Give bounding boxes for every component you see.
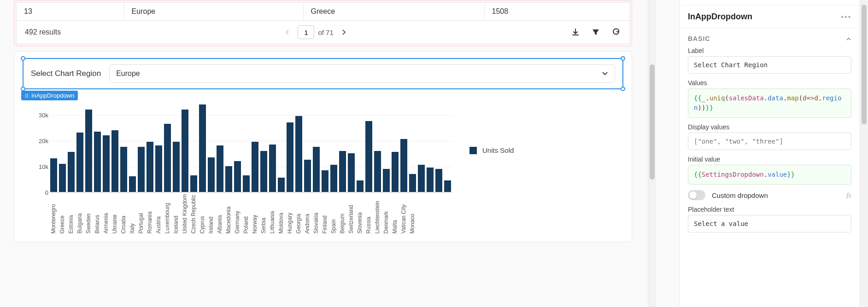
- scroll-thumb[interactable]: [862, 5, 867, 124]
- placeholder-field-label: Placeholder text: [688, 206, 851, 213]
- chart-bar[interactable]: [129, 176, 136, 192]
- x-axis-label: Montenegro: [50, 194, 57, 233]
- custom-dropdown-toggle[interactable]: [688, 190, 705, 200]
- chart-bar[interactable]: [444, 180, 451, 192]
- chart-bar[interactable]: [182, 110, 188, 192]
- chart-bar[interactable]: [322, 170, 328, 192]
- x-axis-label: Lithuania: [269, 194, 276, 233]
- chart-bar[interactable]: [138, 147, 145, 192]
- y-axis-tick: 30k: [39, 112, 48, 119]
- field-display-values-group: Display values: [688, 123, 851, 150]
- chart-bar[interactable]: [164, 124, 171, 192]
- chart-bar[interactable]: [269, 145, 276, 192]
- chart-bar[interactable]: [383, 169, 390, 192]
- prev-page-button[interactable]: [281, 26, 294, 39]
- chart-bar[interactable]: [173, 142, 180, 192]
- label-field-input[interactable]: [688, 56, 851, 74]
- chart-bar[interactable]: [287, 122, 293, 192]
- section-basic-header[interactable]: BASIC: [680, 29, 860, 45]
- chart-bar[interactable]: [365, 121, 372, 192]
- chart-bar[interactable]: [400, 139, 407, 192]
- scroll-thumb[interactable]: [650, 64, 655, 180]
- chart-bar[interactable]: [330, 165, 337, 192]
- table-row[interactable]: 13 Europe Greece 1508: [17, 3, 630, 21]
- resize-handle-br[interactable]: [621, 87, 625, 91]
- x-axis-label: Portugal: [138, 194, 145, 233]
- values-field-input[interactable]: {{_.uniq(salesData.data.map(d=>d.region)…: [688, 88, 851, 118]
- chart-bar[interactable]: [76, 133, 83, 192]
- chart-bar[interactable]: [111, 130, 118, 192]
- chart-bar[interactable]: [120, 147, 127, 192]
- legend-swatch: [469, 147, 477, 154]
- chart-bar[interactable]: [50, 158, 57, 192]
- chart-bar[interactable]: [427, 168, 434, 192]
- label-field-label: Label: [688, 47, 851, 54]
- table-footer: 492 results of 71: [16, 21, 630, 44]
- chart-bar[interactable]: [252, 142, 258, 192]
- chart-bar[interactable]: [295, 116, 302, 192]
- region-dropdown[interactable]: Europe: [109, 64, 615, 83]
- chart-bar[interactable]: [85, 110, 92, 192]
- chart-bar[interactable]: [243, 175, 250, 192]
- chart-bar[interactable]: [409, 174, 416, 192]
- inspector-title: InAppDropdown: [688, 12, 752, 22]
- chevron-down-icon: [602, 70, 608, 78]
- chart-bar[interactable]: [155, 145, 162, 192]
- display-values-input[interactable]: [688, 133, 851, 150]
- fx-button[interactable]: fx: [846, 191, 851, 199]
- x-axis-label: [435, 194, 442, 233]
- x-axis-label: [418, 194, 425, 233]
- chart-bar[interactable]: [208, 157, 215, 192]
- data-table-card: 13 Europe Greece 1508 492 results of 71: [14, 0, 632, 46]
- values-field-label: Values: [688, 79, 851, 87]
- chart-bar[interactable]: [435, 169, 442, 192]
- chart-bar[interactable]: [348, 153, 355, 192]
- chart-bar[interactable]: [190, 175, 197, 192]
- placeholder-field-input[interactable]: [688, 215, 851, 232]
- chart-bar[interactable]: [260, 151, 267, 192]
- x-axis-label: United Kingdom: [182, 194, 188, 233]
- bar-chart: 010k20k30k MontenegroGreeceEstoniaBulgar…: [23, 105, 451, 233]
- chart-bar[interactable]: [234, 161, 241, 192]
- chart-bar[interactable]: [313, 147, 320, 192]
- component-name-tag[interactable]: InAppDropdown: [21, 91, 78, 100]
- chart-bar[interactable]: [278, 178, 285, 192]
- cell-country: Greece: [303, 3, 484, 21]
- chart-bar[interactable]: [225, 166, 232, 192]
- next-page-button[interactable]: [337, 26, 350, 39]
- x-axis-label: Germany: [234, 194, 241, 233]
- x-axis-label: Iceland: [173, 194, 180, 233]
- main-scrollbar[interactable]: [648, 0, 656, 307]
- chart-bar[interactable]: [357, 180, 364, 192]
- filter-icon[interactable]: [591, 27, 601, 37]
- download-icon[interactable]: [570, 27, 581, 37]
- resize-handle-tr[interactable]: [621, 56, 625, 61]
- page-number-input[interactable]: [298, 25, 314, 39]
- chart-bar[interactable]: [103, 135, 110, 192]
- selected-component-frame[interactable]: Select Chart Region Europe InAppDropdown: [23, 58, 623, 89]
- chart-bar[interactable]: [418, 165, 425, 192]
- x-axis-label: Estonia: [68, 194, 75, 233]
- chart-bar[interactable]: [392, 152, 399, 192]
- resize-handle-tl[interactable]: [21, 56, 25, 61]
- cell-index: 13: [17, 3, 124, 21]
- chart-bar[interactable]: [304, 160, 311, 192]
- dropdown-label: Select Chart Region: [31, 69, 101, 78]
- chart-bar[interactable]: [94, 132, 101, 192]
- component-name-label: InAppDropdown: [31, 92, 74, 99]
- chart-bar[interactable]: [68, 152, 75, 192]
- inspector-scrollbar[interactable]: [860, 0, 868, 307]
- chart-bar[interactable]: [59, 164, 66, 192]
- x-axis-label: Norway: [252, 194, 258, 233]
- chart-bar[interactable]: [199, 104, 206, 192]
- x-axis-label: Malta: [392, 194, 399, 233]
- initial-value-input[interactable]: {{SettingsDropdown.value}}: [688, 165, 851, 185]
- more-options-icon[interactable]: •••: [841, 13, 851, 21]
- chart-bar[interactable]: [339, 151, 346, 192]
- chart-bar[interactable]: [217, 145, 223, 192]
- chart-bar[interactable]: [374, 151, 381, 192]
- chart-bar[interactable]: [147, 142, 153, 192]
- y-axis-tick: 20k: [39, 138, 48, 145]
- y-axis-tick: 0: [45, 189, 48, 196]
- refresh-icon[interactable]: [611, 27, 621, 37]
